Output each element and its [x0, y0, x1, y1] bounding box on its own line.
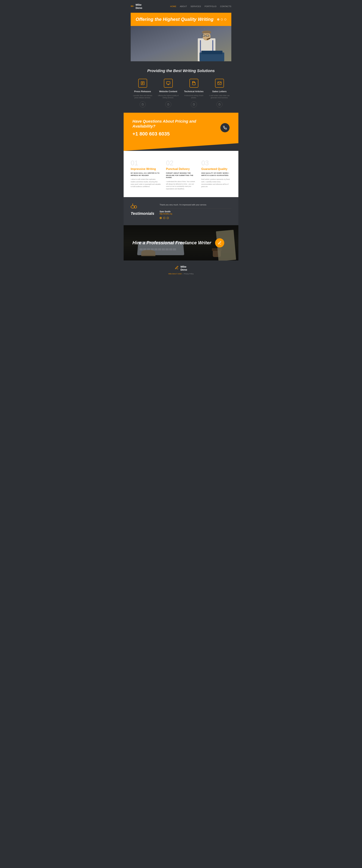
feature-guaranteed-quality: 03 Guaranteed Quality HIGH QUALITY OF EV…: [201, 160, 231, 190]
testimonials-title: Testimonials: [131, 211, 154, 216]
website-content-label: Website Content: [159, 90, 177, 93]
footer-copyright: Mike Deno © 2016 | Privacy Policy: [168, 273, 194, 275]
testimonials-section: Testimonials Thank you very much. I'm im…: [124, 197, 238, 225]
logo[interactable]: ✏ Mike Deno: [131, 3, 142, 9]
sales-letters-icon: [215, 79, 224, 88]
hero-title: Offering the Highest Quality Writing: [136, 17, 213, 22]
technical-articles-icon: [190, 79, 198, 88]
hero-carousel-dots: [217, 19, 226, 21]
technical-articles-desc: Professional writing of tech articles.: [182, 94, 206, 99]
testimonials-label-area: Testimonials: [131, 203, 154, 216]
main-nav: HOME ABOUT SERVICES PORTFOLIO CONTACTS: [170, 5, 231, 7]
website-content-button[interactable]: [165, 101, 171, 107]
nav-services[interactable]: SERVICES: [191, 5, 201, 7]
hire-button[interactable]: [215, 238, 224, 247]
hero-image: ~ ~: [131, 26, 231, 61]
carousel-dot-1[interactable]: [217, 19, 219, 21]
technical-articles-button[interactable]: [191, 101, 197, 107]
feature-1-subtitle: MY MAIN GOAL AS A WRITER IS TO IMPRESS M…: [131, 172, 161, 177]
testimonial-author: Sam Smith http://smiths.org: [160, 210, 231, 215]
testimonial-author-url: http://smiths.org: [160, 213, 231, 215]
pencil-icon: ✏: [131, 4, 134, 9]
feature-impressive-writing: 01 Impressive Writing MY MAIN GOAL AS A …: [131, 160, 161, 190]
phone-button[interactable]: [220, 123, 230, 132]
feature-1-title: Impressive Writing: [131, 167, 161, 170]
feature-punctual-delivery: 02 Punctual Delivery FORGET ABOUT MISSIN…: [166, 160, 196, 190]
service-press-releases: Press Releases I provide clear and relev…: [131, 79, 155, 107]
testimonial-author-name: Sam Smith: [160, 210, 231, 213]
testimonial-quote: Thank you very much. I'm impressed with …: [160, 203, 231, 206]
nav-contacts[interactable]: CONTACTS: [220, 5, 231, 7]
logo-text: Mike Deno: [136, 3, 142, 9]
pricing-title: Have Questions About Pricing and Availab…: [132, 119, 217, 129]
press-releases-button[interactable]: [140, 101, 146, 107]
feature-1-desc: I strive to craft content that captivate…: [131, 178, 161, 188]
website-content-desc: Offering the highest quality of writing …: [156, 94, 180, 99]
header: ✏ Mike Deno HOME ABOUT SERVICES PORTFOLI…: [124, 0, 238, 13]
footer-logo-text: Mike Deno: [180, 265, 187, 271]
feature-1-number: 01: [131, 160, 161, 166]
svg-point-11: [132, 204, 133, 205]
feature-2-title: Punctual Delivery: [166, 167, 196, 170]
nav-about[interactable]: ABOUT: [180, 5, 187, 7]
solutions-heading: Providing the Best Writing Solutions: [131, 68, 231, 73]
technical-articles-label: Technical Articles: [184, 90, 204, 93]
testimonial-dot-1[interactable]: [160, 217, 162, 219]
footer-logo[interactable]: Mike Deno: [175, 265, 187, 271]
pricing-phone: +1 800 603 6035: [132, 131, 217, 137]
hire-title: Hire a Professional Freelance Writer: [132, 240, 211, 246]
testimonial-dots: [160, 217, 231, 219]
press-releases-icon: [138, 79, 147, 88]
feature-3-number: 03: [201, 160, 231, 166]
feature-3-subtitle: HIGH QUALITY OF EVERY WORD I WRITE IS AL…: [201, 172, 231, 177]
sales-letters-desc: A well written sales letter can generate…: [207, 94, 231, 99]
hero-section: Offering the Highest Quality Writing: [131, 13, 231, 61]
press-releases-desc: I provide clear and relevant press relea…: [131, 94, 155, 99]
website-content-icon: [164, 79, 173, 88]
footer: Mike Deno Mike Deno © 2016 | Privacy Pol…: [124, 260, 238, 279]
service-website-content: Website Content Offering the highest qua…: [156, 79, 180, 107]
carousel-dot-2[interactable]: [221, 19, 223, 21]
footer-brand: Mike Deno: [168, 273, 176, 275]
feature-2-number: 02: [166, 160, 196, 166]
nav-home[interactable]: HOME: [170, 5, 176, 7]
feature-2-desc: I understand the value of time. Your con…: [166, 181, 196, 190]
pricing-section: Have Questions About Pricing and Availab…: [124, 113, 238, 151]
testimonial-dot-2[interactable]: [163, 217, 165, 219]
service-technical-articles: Technical Articles Professional writing …: [182, 79, 206, 107]
press-releases-label: Press Releases: [134, 90, 151, 93]
carousel-dot-3[interactable]: [224, 19, 226, 21]
testimonials-icon: [131, 203, 137, 210]
hero-person-bg: ~ ~: [131, 26, 231, 61]
hire-section: Hire a Professional Freelance Writer: [124, 225, 238, 260]
solutions-section: Providing the Best Writing Solutions Pre…: [124, 61, 238, 113]
footer-pencil-icon: [175, 266, 179, 271]
svg-rect-4: [166, 82, 170, 84]
hire-content: Hire a Professional Freelance Writer: [132, 240, 211, 246]
svg-rect-7: [193, 82, 194, 83]
service-sales-letters: Sales Letters A well written sales lette…: [207, 79, 231, 107]
hero-banner: Offering the Highest Quality Writing: [131, 13, 231, 26]
services-grid: Press Releases I provide clear and relev…: [131, 79, 231, 107]
privacy-policy-link[interactable]: Privacy Policy: [184, 273, 194, 275]
testimonials-content: Thank you very much. I'm impressed with …: [160, 203, 231, 219]
footer-year: © 2016: [176, 273, 182, 275]
features-section: 01 Impressive Writing MY MAIN GOAL AS A …: [124, 151, 238, 197]
feature-2-subtitle: FORGET ABOUT MISSING THE DEADLINE FOR SU…: [166, 172, 196, 179]
sales-letters-label: Sales Letters: [212, 90, 227, 93]
pricing-text: Have Questions About Pricing and Availab…: [132, 119, 217, 137]
sales-letters-button[interactable]: [217, 101, 223, 107]
feature-3-title: Guaranteed Quality: [201, 167, 231, 170]
nav-portfolio[interactable]: PORTFOLIO: [204, 5, 217, 7]
feature-3-desc: Each article I produce represents my fin…: [201, 178, 231, 188]
testimonial-dot-3[interactable]: [167, 217, 169, 219]
